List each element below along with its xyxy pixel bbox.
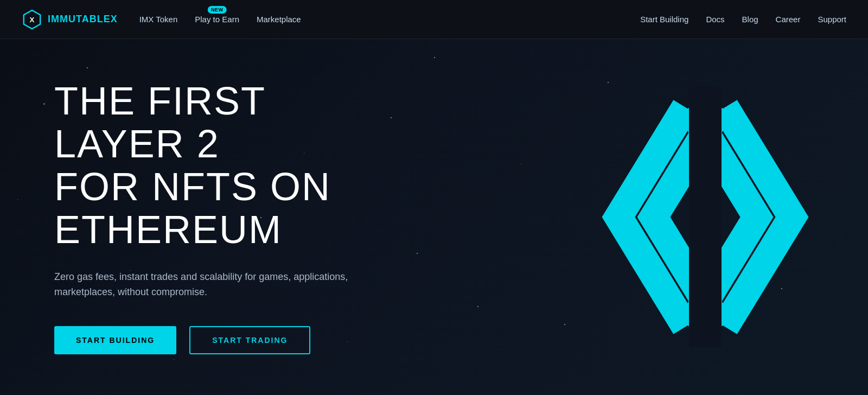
logo-icon: X (22, 9, 42, 30)
hero-buttons: START BUILDING START TRADING (54, 326, 407, 354)
nav-links-left: IMX Token NEW Play to Earn Marketplace (139, 15, 301, 24)
nav-link-support[interactable]: Support (818, 15, 846, 24)
start-trading-button[interactable]: START TRADING (189, 326, 310, 354)
navbar: X iMMUTABLEX IMX Token NEW Play to Earn … (0, 0, 868, 39)
svg-rect-2 (689, 87, 722, 347)
nav-link-blog[interactable]: Blog (742, 15, 758, 24)
nav-link-career[interactable]: Career (776, 15, 801, 24)
logo[interactable]: X iMMUTABLEX (22, 9, 118, 30)
nav-left: X iMMUTABLEX IMX Token NEW Play to Earn … (22, 9, 301, 30)
start-building-button[interactable]: START BUILDING (54, 326, 176, 354)
nav-link-play-to-earn[interactable]: NEW Play to Earn (195, 15, 239, 24)
logo-text: iMMUTABLEX (48, 14, 118, 25)
nav-link-imx-token[interactable]: IMX Token (139, 15, 178, 24)
svg-text:X: X (30, 16, 35, 24)
hero-content: THE FIRST LAYER 2FOR NFTS ONETHEREUM Zer… (0, 80, 407, 354)
nav-link-docs[interactable]: Docs (706, 15, 724, 24)
nav-link-start-building[interactable]: Start Building (640, 15, 688, 24)
new-badge: NEW (208, 6, 227, 14)
hero-section: THE FIRST LAYER 2FOR NFTS ONETHEREUM Zer… (0, 39, 868, 395)
nav-links-right: Start Building Docs Blog Career Support (640, 15, 846, 24)
nav-link-marketplace[interactable]: Marketplace (257, 15, 301, 24)
hero-subtitle: Zero gas fees, instant trades and scalab… (54, 269, 380, 301)
hero-title: THE FIRST LAYER 2FOR NFTS ONETHEREUM (54, 80, 407, 252)
hero-x-logo-icon (575, 87, 835, 347)
